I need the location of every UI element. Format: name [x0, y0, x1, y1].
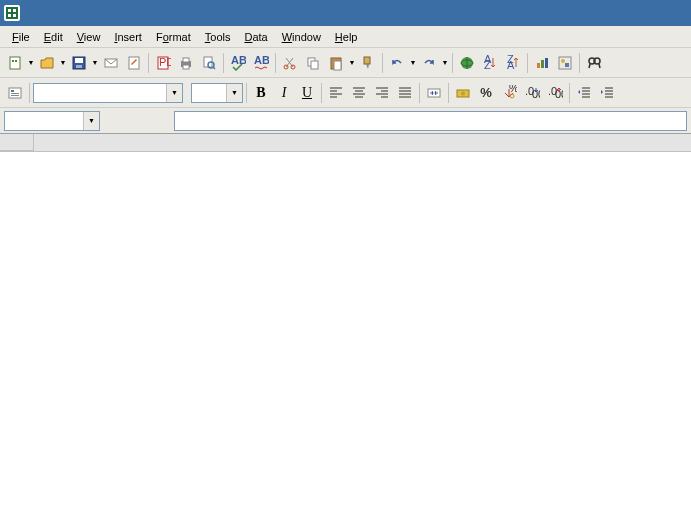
svg-line-47: [599, 64, 600, 68]
undo-button[interactable]: [386, 52, 408, 74]
redo-button[interactable]: [418, 52, 440, 74]
title-bar: [0, 0, 691, 26]
svg-rect-43: [565, 63, 569, 67]
copy-button[interactable]: [302, 52, 324, 74]
svg-text:ABC: ABC: [254, 55, 269, 66]
svg-rect-1: [6, 7, 18, 19]
svg-rect-6: [10, 57, 20, 69]
svg-rect-10: [75, 58, 83, 63]
show-draw-button[interactable]: [554, 52, 576, 74]
decrease-indent-button[interactable]: [573, 82, 595, 104]
svg-line-21: [213, 67, 215, 69]
sort-desc-button[interactable]: ZA: [502, 52, 524, 74]
delete-decimal-button[interactable]: .000: [544, 82, 566, 104]
svg-rect-68: [428, 89, 440, 97]
svg-rect-2: [8, 9, 11, 12]
svg-rect-4: [8, 14, 11, 17]
menu-help[interactable]: Help: [329, 29, 364, 45]
open-dropdown[interactable]: ▼: [59, 52, 67, 74]
font-dropdown[interactable]: ▼: [166, 84, 182, 102]
svg-rect-11: [76, 65, 82, 68]
sum-button[interactable]: [127, 111, 147, 131]
merge-cells-button[interactable]: [423, 82, 445, 104]
font-name-select[interactable]: ▼: [33, 83, 183, 103]
svg-text:PDF: PDF: [159, 56, 171, 68]
pie-chart: [80, 176, 500, 466]
autospell-button[interactable]: ABC: [250, 52, 272, 74]
svg-rect-40: [545, 58, 548, 68]
select-all-corner[interactable]: [0, 134, 34, 151]
edit-doc-button[interactable]: [123, 52, 145, 74]
align-justify-button[interactable]: [394, 82, 416, 104]
spellcheck-button[interactable]: ABC: [227, 52, 249, 74]
new-doc-button[interactable]: [4, 52, 26, 74]
svg-point-70: [461, 91, 465, 95]
add-decimal-button[interactable]: .000: [521, 82, 543, 104]
underline-button[interactable]: U: [296, 82, 318, 104]
menu-view[interactable]: View: [71, 29, 107, 45]
new-dropdown[interactable]: ▼: [27, 52, 35, 74]
align-right-button[interactable]: [371, 82, 393, 104]
save-button[interactable]: [68, 52, 90, 74]
find-button[interactable]: [583, 52, 605, 74]
increase-indent-button[interactable]: [596, 82, 618, 104]
paste-dropdown[interactable]: ▼: [348, 52, 356, 74]
menu-format[interactable]: Format: [150, 29, 197, 45]
sort-asc-button[interactable]: AZ: [479, 52, 501, 74]
name-box-dropdown[interactable]: ▼: [83, 112, 99, 130]
italic-button[interactable]: I: [273, 82, 295, 104]
cell-reference-input[interactable]: [5, 115, 83, 127]
svg-rect-7: [12, 60, 14, 62]
align-left-button[interactable]: [325, 82, 347, 104]
font-size-select[interactable]: ▼: [191, 83, 243, 103]
formula-input[interactable]: [174, 111, 687, 131]
styles-button[interactable]: [4, 82, 26, 104]
chart-object[interactable]: [60, 158, 620, 468]
svg-point-42: [561, 59, 565, 63]
bold-button[interactable]: B: [250, 82, 272, 104]
paste-button[interactable]: [325, 52, 347, 74]
equals-button[interactable]: [150, 111, 170, 131]
font-size-input[interactable]: [192, 87, 226, 99]
standard-toolbar: ▼ ▼ ▼ PDF ABC ABC ▼ ▼ ▼ AZ ZA: [0, 48, 691, 78]
email-button[interactable]: [100, 52, 122, 74]
cut-button[interactable]: [279, 52, 301, 74]
pdf-button[interactable]: PDF: [152, 52, 174, 74]
menu-tools[interactable]: Tools: [199, 29, 237, 45]
name-box[interactable]: ▼: [4, 111, 100, 131]
menu-edit[interactable]: Edit: [38, 29, 69, 45]
menu-insert[interactable]: Insert: [108, 29, 148, 45]
function-wizard-button[interactable]: [104, 111, 124, 131]
font-name-input[interactable]: [34, 87, 166, 99]
undo-dropdown[interactable]: ▼: [409, 52, 417, 74]
spreadsheet-grid[interactable]: [0, 134, 691, 529]
svg-text:ABC: ABC: [231, 55, 246, 66]
size-dropdown[interactable]: ▼: [226, 84, 242, 102]
redo-dropdown[interactable]: ▼: [441, 52, 449, 74]
print-button[interactable]: [175, 52, 197, 74]
menu-file[interactable]: File: [6, 29, 36, 45]
save-dropdown[interactable]: ▼: [91, 52, 99, 74]
svg-line-46: [589, 64, 590, 68]
svg-rect-50: [11, 93, 19, 94]
svg-rect-49: [11, 90, 14, 92]
svg-rect-38: [537, 63, 540, 68]
percent-button[interactable]: %: [475, 82, 497, 104]
chart-button[interactable]: [531, 52, 553, 74]
column-headers: [0, 134, 691, 152]
standard-format-button[interactable]: %: [498, 82, 520, 104]
svg-rect-18: [183, 65, 189, 69]
currency-button[interactable]: [452, 82, 474, 104]
menu-data[interactable]: Data: [238, 29, 273, 45]
svg-text:A: A: [507, 59, 515, 71]
hyperlink-button[interactable]: [456, 52, 478, 74]
align-center-button[interactable]: [348, 82, 370, 104]
svg-text:%: %: [509, 85, 517, 94]
paintbrush-button[interactable]: [357, 52, 379, 74]
svg-rect-39: [541, 60, 544, 68]
open-button[interactable]: [36, 52, 58, 74]
svg-rect-5: [13, 14, 16, 17]
formatting-toolbar: ▼ ▼ B I U % % .000 .000: [0, 78, 691, 108]
preview-button[interactable]: [198, 52, 220, 74]
menu-window[interactable]: Window: [276, 29, 327, 45]
